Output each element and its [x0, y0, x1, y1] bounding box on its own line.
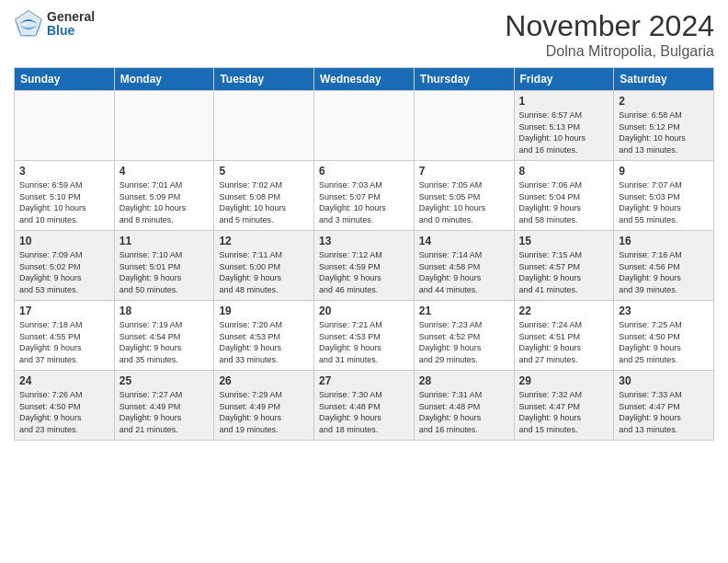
- header-wednesday: Wednesday: [314, 68, 415, 91]
- calendar-cell: [414, 91, 514, 161]
- logo-icon: [14, 9, 43, 39]
- logo-blue-text: Blue: [47, 24, 95, 38]
- day-info: Sunrise: 7:26 AM Sunset: 4:50 PM Dayligh…: [19, 389, 109, 435]
- calendar-cell: 24Sunrise: 7:26 AM Sunset: 4:50 PM Dayli…: [15, 371, 115, 441]
- calendar-cell: 29Sunrise: 7:32 AM Sunset: 4:47 PM Dayli…: [514, 371, 614, 441]
- header-thursday: Thursday: [414, 68, 514, 91]
- calendar-cell: 7Sunrise: 7:05 AM Sunset: 5:05 PM Daylig…: [414, 161, 514, 231]
- calendar-cell: 3Sunrise: 6:59 AM Sunset: 5:10 PM Daylig…: [15, 161, 115, 231]
- day-number: 16: [619, 235, 709, 247]
- header-monday: Monday: [114, 68, 214, 91]
- calendar-cell: 9Sunrise: 7:07 AM Sunset: 5:03 PM Daylig…: [614, 161, 714, 231]
- day-info: Sunrise: 6:59 AM Sunset: 5:10 PM Dayligh…: [19, 179, 109, 225]
- day-info: Sunrise: 7:23 AM Sunset: 4:52 PM Dayligh…: [419, 319, 509, 365]
- day-number: 30: [619, 374, 709, 387]
- day-info: Sunrise: 7:15 AM Sunset: 4:57 PM Dayligh…: [519, 249, 609, 295]
- title-area: November 2024 Dolna Mitropolia, Bulgaria: [505, 9, 714, 60]
- calendar-cell: 13Sunrise: 7:12 AM Sunset: 4:59 PM Dayli…: [314, 231, 415, 301]
- calendar-cell: 11Sunrise: 7:10 AM Sunset: 5:01 PM Dayli…: [114, 231, 214, 301]
- day-number: 7: [419, 165, 509, 178]
- calendar-week-4: 17Sunrise: 7:18 AM Sunset: 4:55 PM Dayli…: [15, 301, 714, 371]
- calendar-cell: 23Sunrise: 7:25 AM Sunset: 4:50 PM Dayli…: [614, 301, 714, 371]
- calendar-cell: [214, 91, 314, 161]
- day-info: Sunrise: 7:02 AM Sunset: 5:08 PM Dayligh…: [219, 179, 309, 225]
- day-number: 14: [419, 235, 509, 247]
- calendar-cell: 27Sunrise: 7:30 AM Sunset: 4:48 PM Dayli…: [314, 371, 415, 441]
- day-number: 20: [319, 304, 409, 317]
- calendar-week-5: 24Sunrise: 7:26 AM Sunset: 4:50 PM Dayli…: [15, 371, 714, 441]
- day-info: Sunrise: 7:27 AM Sunset: 4:49 PM Dayligh…: [119, 389, 210, 435]
- day-info: Sunrise: 7:12 AM Sunset: 4:59 PM Dayligh…: [319, 249, 409, 295]
- day-info: Sunrise: 7:07 AM Sunset: 5:03 PM Dayligh…: [619, 179, 709, 225]
- calendar-cell: 15Sunrise: 7:15 AM Sunset: 4:57 PM Dayli…: [514, 231, 614, 301]
- header-row: Sunday Monday Tuesday Wednesday Thursday…: [15, 68, 714, 91]
- header-saturday: Saturday: [614, 68, 714, 91]
- day-info: Sunrise: 7:31 AM Sunset: 4:48 PM Dayligh…: [419, 389, 509, 435]
- day-info: Sunrise: 6:57 AM Sunset: 5:13 PM Dayligh…: [519, 109, 609, 155]
- day-info: Sunrise: 7:03 AM Sunset: 5:07 PM Dayligh…: [319, 179, 409, 225]
- calendar-cell: 5Sunrise: 7:02 AM Sunset: 5:08 PM Daylig…: [214, 161, 314, 231]
- calendar-cell: 20Sunrise: 7:21 AM Sunset: 4:53 PM Dayli…: [314, 301, 415, 371]
- day-info: Sunrise: 7:05 AM Sunset: 5:05 PM Dayligh…: [419, 179, 509, 225]
- calendar-body: 1Sunrise: 6:57 AM Sunset: 5:13 PM Daylig…: [15, 91, 714, 441]
- day-info: Sunrise: 7:32 AM Sunset: 4:47 PM Dayligh…: [519, 389, 609, 435]
- day-number: 11: [119, 235, 210, 247]
- day-number: 22: [519, 304, 609, 317]
- calendar-cell: 26Sunrise: 7:29 AM Sunset: 4:49 PM Dayli…: [214, 371, 314, 441]
- calendar-week-1: 1Sunrise: 6:57 AM Sunset: 5:13 PM Daylig…: [15, 91, 714, 161]
- day-number: 18: [119, 304, 210, 317]
- day-info: Sunrise: 6:58 AM Sunset: 5:12 PM Dayligh…: [619, 109, 709, 155]
- logo: General Blue: [14, 9, 95, 39]
- day-number: 12: [219, 235, 309, 247]
- day-info: Sunrise: 7:19 AM Sunset: 4:54 PM Dayligh…: [119, 319, 210, 365]
- day-info: Sunrise: 7:14 AM Sunset: 4:58 PM Dayligh…: [419, 249, 509, 295]
- calendar-cell: [15, 91, 115, 161]
- day-number: 27: [319, 374, 409, 387]
- location-subtitle: Dolna Mitropolia, Bulgaria: [505, 43, 714, 60]
- day-info: Sunrise: 7:33 AM Sunset: 4:47 PM Dayligh…: [619, 389, 709, 435]
- calendar-cell: 10Sunrise: 7:09 AM Sunset: 5:02 PM Dayli…: [15, 231, 115, 301]
- logo-text: General Blue: [47, 10, 95, 39]
- day-info: Sunrise: 7:09 AM Sunset: 5:02 PM Dayligh…: [19, 249, 109, 295]
- day-number: 28: [419, 374, 509, 387]
- day-number: 13: [319, 235, 409, 247]
- day-number: 6: [319, 165, 409, 178]
- calendar-cell: 12Sunrise: 7:11 AM Sunset: 5:00 PM Dayli…: [214, 231, 314, 301]
- day-number: 3: [19, 165, 109, 178]
- day-info: Sunrise: 7:11 AM Sunset: 5:00 PM Dayligh…: [219, 249, 309, 295]
- calendar-cell: [114, 91, 214, 161]
- calendar-cell: 6Sunrise: 7:03 AM Sunset: 5:07 PM Daylig…: [314, 161, 415, 231]
- day-info: Sunrise: 7:30 AM Sunset: 4:48 PM Dayligh…: [319, 389, 409, 435]
- calendar-cell: 1Sunrise: 6:57 AM Sunset: 5:13 PM Daylig…: [514, 91, 614, 161]
- calendar-cell: 17Sunrise: 7:18 AM Sunset: 4:55 PM Dayli…: [15, 301, 115, 371]
- calendar-cell: 21Sunrise: 7:23 AM Sunset: 4:52 PM Dayli…: [414, 301, 514, 371]
- day-info: Sunrise: 7:18 AM Sunset: 4:55 PM Dayligh…: [19, 319, 109, 365]
- header-sunday: Sunday: [15, 68, 115, 91]
- day-number: 10: [19, 235, 109, 247]
- calendar-week-2: 3Sunrise: 6:59 AM Sunset: 5:10 PM Daylig…: [15, 161, 714, 231]
- calendar-cell: 30Sunrise: 7:33 AM Sunset: 4:47 PM Dayli…: [614, 371, 714, 441]
- day-number: 21: [419, 304, 509, 317]
- calendar-cell: 19Sunrise: 7:20 AM Sunset: 4:53 PM Dayli…: [214, 301, 314, 371]
- day-number: 25: [119, 374, 210, 387]
- day-number: 15: [519, 235, 609, 247]
- calendar-cell: 25Sunrise: 7:27 AM Sunset: 4:49 PM Dayli…: [114, 371, 214, 441]
- day-info: Sunrise: 7:06 AM Sunset: 5:04 PM Dayligh…: [519, 179, 609, 225]
- calendar-cell: 28Sunrise: 7:31 AM Sunset: 4:48 PM Dayli…: [414, 371, 514, 441]
- header-friday: Friday: [514, 68, 614, 91]
- day-info: Sunrise: 7:20 AM Sunset: 4:53 PM Dayligh…: [219, 319, 309, 365]
- day-number: 8: [519, 165, 609, 178]
- day-info: Sunrise: 7:16 AM Sunset: 4:56 PM Dayligh…: [619, 249, 709, 295]
- month-title: November 2024: [505, 9, 714, 43]
- calendar-cell: 16Sunrise: 7:16 AM Sunset: 4:56 PM Dayli…: [614, 231, 714, 301]
- header: General Blue November 2024 Dolna Mitropo…: [14, 9, 714, 60]
- day-info: Sunrise: 7:25 AM Sunset: 4:50 PM Dayligh…: [619, 319, 709, 365]
- header-tuesday: Tuesday: [214, 68, 314, 91]
- calendar-cell: 8Sunrise: 7:06 AM Sunset: 5:04 PM Daylig…: [514, 161, 614, 231]
- day-number: 29: [519, 374, 609, 387]
- day-number: 24: [19, 374, 109, 387]
- day-number: 5: [219, 165, 309, 178]
- page-container: General Blue November 2024 Dolna Mitropo…: [0, 0, 728, 450]
- calendar-cell: 4Sunrise: 7:01 AM Sunset: 5:09 PM Daylig…: [114, 161, 214, 231]
- day-info: Sunrise: 7:29 AM Sunset: 4:49 PM Dayligh…: [219, 389, 309, 435]
